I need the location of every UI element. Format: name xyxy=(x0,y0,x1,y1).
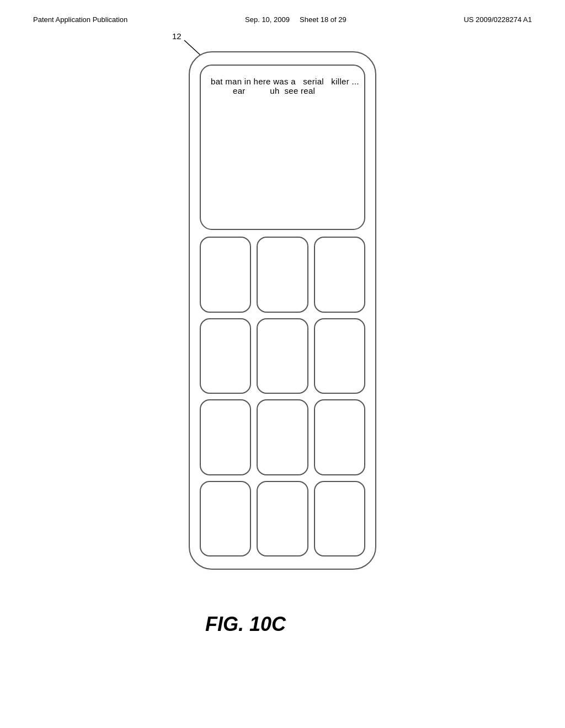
device-outer: bat man in here was a serial killer ... … xyxy=(189,51,376,570)
header-date-sheet: Sep. 10, 2009 Sheet 18 of 29 xyxy=(245,15,347,24)
device-container: 12 bat man in here was a serial killer .… xyxy=(189,51,376,570)
key-2-3[interactable] xyxy=(314,318,365,394)
header-sheet: Sheet 18 of 29 xyxy=(300,15,347,24)
keypad-row-1 xyxy=(200,237,365,313)
device-label-text: 12 xyxy=(172,31,182,41)
display-screen: bat man in here was a serial killer ... … xyxy=(200,65,365,230)
key-3-1[interactable] xyxy=(200,399,251,475)
screen-text-line1: bat man in here was a serial killer ... xyxy=(211,77,354,86)
key-4-2[interactable] xyxy=(257,481,308,557)
key-1-1[interactable] xyxy=(200,237,251,313)
header-publication: Patent Application Publication xyxy=(33,15,127,24)
keypad-grid xyxy=(200,237,365,556)
keypad-row-4 xyxy=(200,481,365,557)
key-1-3[interactable] xyxy=(314,237,365,313)
key-4-1[interactable] xyxy=(200,481,251,557)
page-header: Patent Application Publication Sep. 10, … xyxy=(0,0,565,24)
header-patent-number: US 2009/0228274 A1 xyxy=(463,15,532,24)
header-date: Sep. 10, 2009 xyxy=(245,15,290,24)
keypad-row-3 xyxy=(200,399,365,475)
main-content: 12 bat man in here was a serial killer .… xyxy=(0,24,565,570)
keypad-row-2 xyxy=(200,318,365,394)
figure-label: FIG. 10C xyxy=(205,613,286,636)
screen-text-line2: ear uh see real xyxy=(211,86,354,95)
key-3-2[interactable] xyxy=(257,399,308,475)
key-3-3[interactable] xyxy=(314,399,365,475)
key-4-3[interactable] xyxy=(314,481,365,557)
key-2-2[interactable] xyxy=(257,318,308,394)
key-2-1[interactable] xyxy=(200,318,251,394)
key-1-2[interactable] xyxy=(257,237,308,313)
